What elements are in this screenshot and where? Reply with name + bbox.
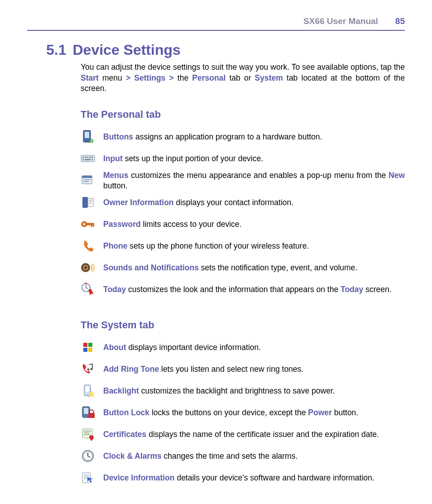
svg-rect-11 xyxy=(91,159,93,160)
manual-title: SX66 User Manual xyxy=(303,16,378,26)
svg-rect-10 xyxy=(85,159,91,160)
svg-rect-23 xyxy=(86,223,94,225)
svg-rect-53 xyxy=(84,478,87,479)
item-backlight: Backlight customizes the backlight and b… xyxy=(81,381,405,401)
windows-flag-icon xyxy=(81,340,95,355)
phone-icon xyxy=(81,239,95,253)
label-button-lock: Button Lock xyxy=(103,408,149,417)
svg-rect-1 xyxy=(85,132,89,138)
svg-rect-25 xyxy=(93,225,94,227)
item-add-ring-tone: Add Ring Tone lets you listen and select… xyxy=(81,359,405,379)
certificate-icon xyxy=(81,427,95,442)
label-backlight: Backlight xyxy=(103,386,139,395)
svg-rect-32 xyxy=(88,343,92,347)
pda-icon xyxy=(81,130,95,144)
item-input: Input sets up the input portion of your … xyxy=(81,149,405,168)
clock-icon xyxy=(81,449,95,463)
item-certificates: Certificates displays the name of the ce… xyxy=(81,424,405,444)
kw-start: Start xyxy=(81,73,99,82)
svg-rect-3 xyxy=(81,155,95,162)
label-clock-alarms: Clock & Alarms xyxy=(103,451,162,461)
svg-rect-13 xyxy=(82,176,92,178)
svg-rect-46 xyxy=(84,434,90,435)
svg-rect-5 xyxy=(85,157,86,158)
menus-icon xyxy=(81,173,95,188)
svg-point-22 xyxy=(83,223,85,225)
kw-power: Power xyxy=(308,408,332,417)
svg-rect-41 xyxy=(84,408,88,414)
page-number: 85 xyxy=(395,16,405,26)
svg-rect-19 xyxy=(89,202,92,202)
item-buttons: Buttons assigns an application program t… xyxy=(81,127,405,147)
svg-point-47 xyxy=(89,435,94,440)
svg-rect-44 xyxy=(84,431,91,432)
svg-rect-38 xyxy=(86,386,89,392)
item-password: Password limits access to your device. xyxy=(81,214,405,234)
ringtone-icon xyxy=(81,362,95,376)
kw-new: New xyxy=(389,171,405,180)
section-title: Device Settings xyxy=(72,42,180,58)
key-icon xyxy=(81,217,95,231)
device-info-icon xyxy=(81,470,95,485)
label-input: Input xyxy=(103,154,123,163)
kw-today-screen: Today xyxy=(341,285,363,294)
svg-rect-50 xyxy=(82,473,91,483)
label-sounds-notifications: Sounds and Notifications xyxy=(103,263,199,272)
speaker-icon xyxy=(81,260,95,275)
kw-personal: Personal xyxy=(192,73,226,82)
svg-rect-34 xyxy=(88,348,92,352)
svg-rect-20 xyxy=(89,203,91,204)
section-number: 5.1 xyxy=(46,42,66,58)
label-about: About xyxy=(103,343,126,352)
item-menus: Menus customizes the menu appearance and… xyxy=(81,170,405,191)
label-password: Password xyxy=(103,220,141,229)
svg-rect-51 xyxy=(84,475,89,475)
section-heading: 5.1 Device Settings xyxy=(46,42,405,58)
svg-point-30 xyxy=(85,283,87,284)
svg-rect-45 xyxy=(84,432,89,433)
page-header: SX66 User Manual 85 xyxy=(27,16,405,31)
svg-rect-14 xyxy=(83,179,91,180)
keyboard-icon xyxy=(81,151,95,166)
svg-rect-6 xyxy=(87,157,88,158)
label-phone: Phone xyxy=(103,241,127,250)
label-add-ring-tone: Add Ring Tone xyxy=(103,365,159,374)
svg-rect-7 xyxy=(89,157,91,158)
svg-point-35 xyxy=(87,369,90,371)
label-today: Today xyxy=(103,285,126,294)
svg-point-28 xyxy=(85,267,87,269)
item-device-information: Device Information details your device's… xyxy=(81,468,405,488)
label-device-information: Device Information xyxy=(103,473,175,482)
svg-rect-8 xyxy=(91,157,93,158)
personal-tab-heading: The Personal tab xyxy=(81,109,405,120)
svg-rect-18 xyxy=(89,200,92,201)
svg-point-36 xyxy=(91,368,93,370)
label-menus: Menus xyxy=(103,171,128,180)
svg-rect-33 xyxy=(83,348,87,352)
svg-rect-4 xyxy=(82,157,84,158)
backlight-icon xyxy=(81,384,95,398)
item-about: About displays important device informat… xyxy=(81,337,405,357)
kw-settings-path: > Settings > xyxy=(126,73,174,82)
svg-rect-16 xyxy=(82,197,88,208)
item-button-lock: Button Lock locks the buttons on your de… xyxy=(81,403,405,422)
label-buttons: Buttons xyxy=(103,132,133,141)
kw-system: System xyxy=(255,73,283,82)
system-tab-heading: The System tab xyxy=(81,319,405,331)
svg-rect-9 xyxy=(82,159,84,160)
svg-rect-31 xyxy=(83,343,87,347)
button-lock-icon xyxy=(81,405,95,420)
svg-rect-42 xyxy=(88,413,95,418)
item-owner-information: Owner Information displays your contact … xyxy=(81,192,405,212)
svg-rect-52 xyxy=(84,476,89,477)
svg-rect-15 xyxy=(83,181,89,182)
svg-rect-24 xyxy=(91,225,92,227)
item-clock-alarms: Clock & Alarms changes the time and sets… xyxy=(81,446,405,466)
today-icon xyxy=(81,282,95,297)
item-phone: Phone sets up the phone function of your… xyxy=(81,236,405,256)
item-today: Today customizes the look and the inform… xyxy=(81,279,405,299)
owner-info-icon xyxy=(81,195,95,210)
intro-paragraph: You can adjust the device settings to su… xyxy=(81,62,405,94)
label-owner-information: Owner Information xyxy=(103,198,174,207)
svg-point-39 xyxy=(89,392,94,397)
